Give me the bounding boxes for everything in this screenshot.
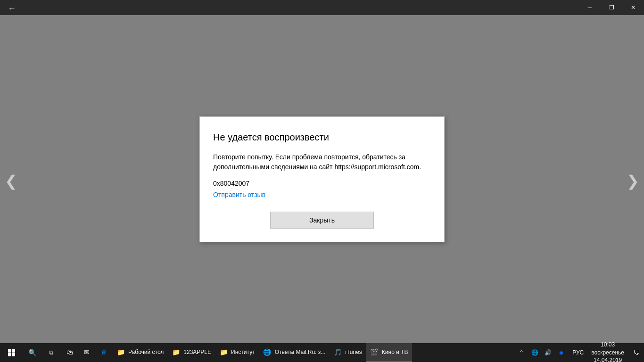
- close-button[interactable]: ✕: [622, 0, 644, 15]
- dropbox-icon: ◆: [559, 349, 563, 356]
- restore-button[interactable]: ❐: [601, 0, 622, 15]
- back-button[interactable]: ←: [8, 4, 16, 14]
- notification-icon: 🗨: [633, 349, 640, 356]
- tray-time: 10:03: [601, 341, 615, 349]
- dialog-message: Повторите попытку. Если проблема повтори…: [213, 152, 431, 172]
- chevron-up-icon: ⌃: [519, 349, 524, 356]
- chrome-icon: 🌐: [263, 347, 272, 357]
- network-icon: 🌐: [531, 349, 538, 356]
- notification-center-button[interactable]: 🗨: [629, 343, 644, 362]
- window-controls: ─ ❐ ✕: [579, 0, 644, 15]
- taskbar-app-store[interactable]: 🛍: [61, 343, 78, 362]
- taskbar-app-mail[interactable]: ✉: [78, 343, 95, 362]
- task-view-icon: ⧉: [49, 349, 53, 356]
- taskbar-search-button[interactable]: 🔍: [23, 343, 41, 362]
- tray-icons: ⌃ 🌐 🔊 ◆: [513, 343, 570, 362]
- feedback-link[interactable]: Отправить отзыв: [213, 191, 431, 198]
- title-bar: ─ ❐ ✕: [0, 0, 644, 15]
- close-dialog-button[interactable]: Закрыть: [270, 212, 374, 229]
- itunes-icon: 🎵: [333, 347, 342, 357]
- folder-123apple-icon: 📁: [171, 347, 181, 357]
- desktop-icon: 📁: [116, 347, 125, 357]
- tray-day: воскресенье: [591, 349, 624, 357]
- taskbar-app-label: Ответы Mail.Ru: з...: [275, 349, 326, 355]
- taskbar-app-institut[interactable]: 📁 Институт: [215, 343, 259, 362]
- taskbar-app-kinotv[interactable]: 🎬 Кино и ТВ: [366, 343, 412, 362]
- mail-icon: ✉: [82, 347, 91, 357]
- error-dialog: Не удается воспроизвести Повторите попыт…: [199, 116, 445, 242]
- taskbar: 🔍 ⧉ 🛍 ✉ e 📁 Рабочий стол 📁 123APPLE: [0, 343, 644, 362]
- taskbar-apps: 🛍 ✉ e 📁 Рабочий стол 📁 123APPLE 📁 Инстит…: [61, 343, 412, 362]
- error-code: 0x80042007: [213, 180, 431, 187]
- taskbar-app-label: iTunes: [345, 349, 362, 355]
- minimize-button[interactable]: ─: [579, 0, 601, 15]
- taskbar-app-label: Кино и ТВ: [382, 349, 408, 355]
- taskbar-app-edge[interactable]: e: [95, 343, 112, 362]
- taskbar-app-mailru[interactable]: 🌐 Ответы Mail.Ru: з...: [259, 343, 330, 362]
- store-icon: 🛍: [65, 347, 74, 357]
- tray-hidden-icons-button[interactable]: ⌃: [515, 343, 528, 362]
- tray-volume-icon[interactable]: 🔊: [541, 343, 554, 362]
- taskbar-app-itunes[interactable]: 🎵 iTunes: [329, 343, 366, 362]
- tray-date: 14.04.2019: [594, 356, 622, 362]
- dialog-title: Не удается воспроизвести: [213, 132, 431, 143]
- dialog-overlay: Не удается воспроизвести Повторите попыт…: [0, 15, 644, 343]
- tray-clock[interactable]: 10:03 воскресенье 14.04.2019: [586, 343, 629, 362]
- taskbar-app-123apple[interactable]: 📁 123APPLE: [167, 343, 215, 362]
- task-view-button[interactable]: ⧉: [41, 343, 60, 362]
- edge-icon: e: [99, 347, 108, 357]
- volume-icon: 🔊: [545, 349, 552, 356]
- dialog-button-row: Закрыть: [213, 212, 431, 229]
- system-tray: ⌃ 🌐 🔊 ◆ РУС 10:03 воскресенье 14.04.2019: [513, 343, 644, 362]
- start-button[interactable]: [0, 343, 23, 362]
- tray-network-icon[interactable]: 🌐: [528, 343, 541, 362]
- folder-institut-icon: 📁: [219, 347, 228, 357]
- tray-language[interactable]: РУС: [570, 343, 586, 362]
- windows-logo-icon: [8, 349, 15, 356]
- taskbar-app-label: Институт: [231, 349, 255, 355]
- taskbar-app-label: Рабочий стол: [128, 349, 164, 355]
- taskbar-app-desktop[interactable]: 📁 Рабочий стол: [112, 343, 167, 362]
- search-icon: 🔍: [28, 349, 36, 356]
- tray-dropbox-icon[interactable]: ◆: [554, 343, 568, 362]
- kinotv-icon: 🎬: [370, 347, 379, 357]
- taskbar-app-label: 123APPLE: [183, 349, 211, 355]
